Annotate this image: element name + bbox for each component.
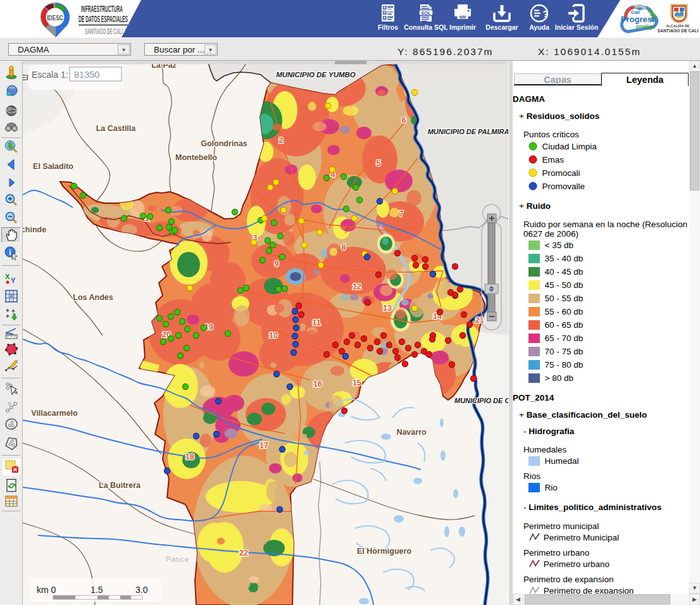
svg-text:Montebello: Montebello [175,153,217,162]
svg-text:9: 9 [275,259,279,268]
svg-text:7: 7 [399,209,404,218]
svg-text:10: 10 [269,331,278,340]
svg-text:MUNICIPIO DE YUMBO: MUNICIPIO DE YUMBO [276,71,356,78]
svg-text:contigo: contigo [636,23,656,30]
svg-text:Pance: Pance [166,555,189,564]
svg-text:Villacarmelo: Villacarmelo [31,409,78,418]
svg-text:13: 13 [383,304,392,313]
svg-text:Golondrinas: Golondrinas [201,139,247,148]
svg-text:3.0: 3.0 [135,585,148,595]
svg-text:15: 15 [353,378,361,387]
svg-text:2: 2 [279,136,284,145]
svg-text:Navarro: Navarro [396,428,427,437]
svg-text:18: 18 [185,452,194,461]
svg-text:11: 11 [312,318,320,327]
svg-text:Los Andes: Los Andes [73,293,113,302]
svg-text:Escala 1:: Escala 1: [32,70,68,80]
svg-text:km 0: km 0 [37,585,56,595]
svg-text:El Saladito: El Saladito [33,162,73,171]
svg-text:Y: Y [11,277,16,284]
svg-text:6: 6 [402,116,406,125]
svg-text:21: 21 [475,316,484,325]
svg-text:La Buitrera: La Buitrera [99,481,141,490]
svg-text:17: 17 [259,441,268,450]
svg-text:DE DATOS ESPACIALES: DE DATOS ESPACIALES [78,14,128,24]
svg-text:22: 22 [239,549,248,558]
svg-text:8: 8 [342,243,346,252]
svg-text:El Hormiguero: El Hormiguero [357,547,411,556]
svg-text:12: 12 [353,282,361,291]
svg-text:SQL: SQL [421,10,431,16]
svg-text:X: X [5,273,10,280]
svg-text:SANTIAGO DE CALI: SANTIAGO DE CALI [85,27,123,36]
svg-text:5: 5 [377,159,381,168]
svg-text:MUNICIPIO DE CAN: MUNICIPIO DE CAN [454,397,508,404]
svg-text:IDESC: IDESC [47,14,63,22]
svg-text:81350: 81350 [74,70,99,80]
svg-text:16: 16 [313,380,322,389]
svg-text:?: ? [543,9,549,19]
svg-text:La Castilla: La Castilla [96,124,137,133]
svg-text:Progresa: Progresa [621,15,657,24]
svg-text:1.5: 1.5 [91,585,103,595]
svg-text:chinde: chinde [23,225,46,234]
svg-text:INFRAESTRUCTURA: INFRAESTRUCTURA [81,4,123,14]
svg-text:MUNICIPIO DE PALMIRA: MUNICIPIO DE PALMIRA [428,128,508,135]
